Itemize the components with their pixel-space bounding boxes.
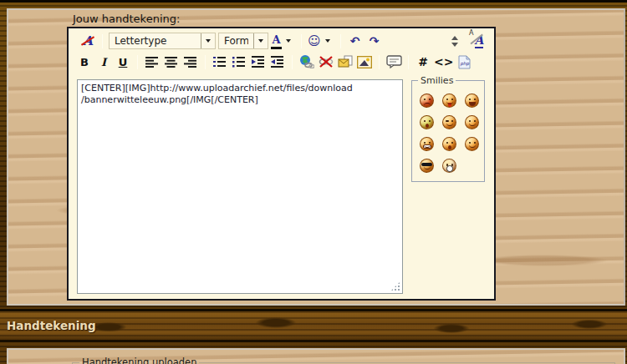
smiley-wink[interactable] [442, 115, 456, 129]
underline-icon: U [119, 56, 128, 68]
email-icon [338, 55, 353, 68]
smilies-fieldset: Smilies [411, 75, 485, 182]
smiley-happy[interactable] [465, 137, 479, 151]
insert-quote-button[interactable] [385, 53, 402, 71]
insert-image-button[interactable] [356, 53, 373, 71]
svg-text:php: php [460, 61, 469, 67]
smiley-sick[interactable] [420, 115, 434, 129]
format-select[interactable]: Forma [218, 33, 268, 49]
italic-icon: I [101, 56, 106, 68]
smilies-legend: Smilies [418, 75, 456, 86]
chevron-down-icon [325, 39, 330, 43]
smiley-feature [446, 165, 453, 172]
toolbar-separator [205, 55, 206, 69]
font-color-button[interactable]: A [271, 33, 295, 50]
insert-hash-button[interactable]: # [415, 53, 431, 71]
triangle-down [451, 43, 458, 47]
signature-label: Jouw handtekening: [73, 13, 180, 25]
section-header-title: Handtekening [0, 319, 96, 332]
align-left-button[interactable] [144, 53, 161, 71]
toggle-small-letter: A [469, 29, 473, 37]
align-right-button[interactable] [182, 53, 199, 71]
editor-toolbar-row1: A Lettertype Forma A [69, 28, 494, 51]
indent-button[interactable] [269, 53, 286, 71]
redo-button[interactable]: ↷ [366, 33, 383, 50]
top-border-line [0, 0, 627, 3]
outdent-button[interactable] [250, 53, 267, 71]
insert-link-button[interactable] [298, 53, 315, 71]
undo-icon: ↶ [350, 34, 360, 48]
remove-format-button[interactable]: A [79, 33, 96, 50]
toolbar-separator [379, 55, 380, 69]
insert-code-button[interactable]: <> [434, 53, 453, 71]
format-value: Forma [224, 35, 248, 47]
insert-smiley-button[interactable]: ☺ [308, 33, 334, 50]
triangle-up [451, 36, 458, 40]
italic-button[interactable]: I [95, 53, 112, 71]
smiley-feature [448, 145, 451, 149]
resize-arrows-icon [451, 36, 458, 47]
font-family-value: Lettertype [115, 35, 196, 47]
link-icon [299, 55, 314, 68]
bold-icon: B [80, 56, 89, 68]
signature-textarea[interactable]: [CENTER][IMG]http://www.uploadarchief.ne… [77, 79, 403, 294]
smiley-icon: ☺ [308, 33, 321, 48]
insert-php-button[interactable]: php [456, 53, 472, 71]
smiley-grid [420, 94, 484, 173]
smiley-feature [469, 102, 476, 107]
chevron-down-icon [258, 39, 263, 43]
section-header-bar: Handtekening [0, 309, 627, 342]
font-color-letter: A [272, 33, 280, 46]
toggle-editor-mode-button[interactable]: A A [471, 33, 487, 50]
toolbar-separator [137, 55, 138, 69]
signature-panel: Jouw handtekening: A Lettertype Forma [7, 8, 625, 306]
combo-divider [253, 33, 254, 48]
remove-link-button[interactable] [318, 53, 334, 71]
editor-toolbar-row2: B I U [69, 51, 494, 73]
insert-email-button[interactable] [337, 53, 354, 71]
upload-fieldset-legend: Handtekening uploaden [79, 356, 199, 364]
outdent-icon [252, 56, 265, 68]
toolbar-separator [292, 55, 293, 69]
smiley-shock[interactable] [442, 159, 456, 173]
bold-button[interactable]: B [76, 53, 93, 71]
resize-editor-button[interactable] [446, 33, 463, 50]
chevron-down-icon [286, 39, 291, 43]
signature-editor: A Lettertype Forma A [67, 27, 496, 301]
unlink-icon [319, 55, 334, 68]
font-color-icon: A [271, 33, 282, 49]
smiley-razz[interactable] [442, 94, 456, 108]
align-right-icon [184, 57, 197, 68]
toolbar-separator [301, 34, 302, 48]
smiley-eek[interactable] [442, 137, 456, 151]
font-color-bar [271, 47, 282, 49]
upload-fieldset: Handtekening uploaden [72, 356, 615, 364]
smiley-angry[interactable] [420, 94, 434, 108]
redo-icon: ↷ [370, 34, 380, 48]
font-family-select[interactable]: Lettertype [109, 33, 216, 49]
quote-icon [386, 55, 402, 68]
unordered-list-button[interactable] [231, 53, 247, 71]
upload-panel: Handtekening uploaden [7, 348, 625, 364]
smiley-grin[interactable] [465, 94, 479, 108]
code-icon: <> [434, 55, 453, 68]
smiley-smile[interactable] [465, 115, 479, 129]
underline-button[interactable]: U [115, 53, 131, 71]
combo-divider [201, 33, 201, 48]
smiley-feature [423, 144, 431, 149]
undo-button[interactable]: ↶ [347, 33, 364, 50]
smiley-cool[interactable] [420, 159, 434, 173]
smiley-feature [446, 120, 449, 122]
ordered-list-button[interactable] [212, 53, 228, 71]
smiley-feature [426, 124, 429, 128]
align-center-button[interactable] [163, 53, 180, 71]
smiley-teeth[interactable] [420, 137, 434, 151]
smiley-feature [421, 163, 432, 167]
chevron-down-icon [206, 39, 211, 43]
signature-textarea-wrap: [CENTER][IMG]http://www.uploadarchief.ne… [77, 79, 403, 294]
indent-icon [271, 56, 284, 68]
ordered-list-icon [213, 56, 227, 68]
php-icon: php [458, 55, 471, 69]
toolbar-separator [408, 55, 409, 69]
hash-icon: # [418, 55, 428, 68]
